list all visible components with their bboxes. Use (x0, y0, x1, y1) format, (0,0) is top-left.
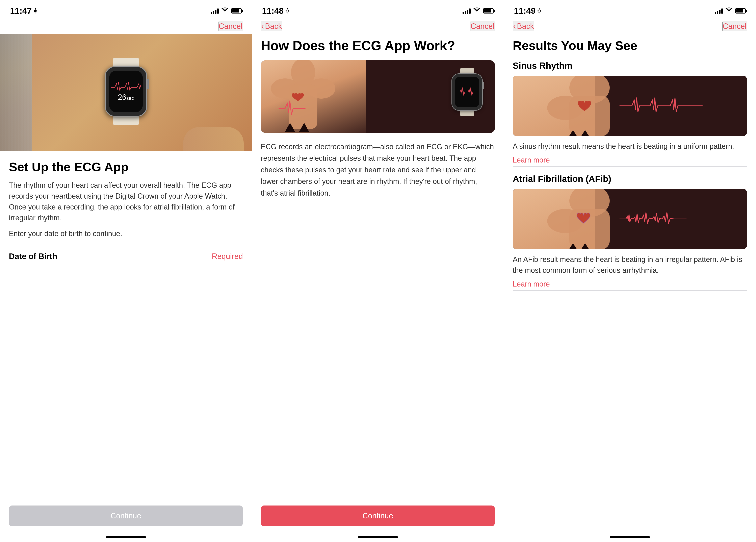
screen1-prompt: Enter your date of birth to continue. (9, 229, 243, 238)
wifi-icon-3 (726, 7, 732, 15)
dob-label: Date of Birth (9, 252, 57, 261)
home-indicator-3 (610, 536, 650, 538)
screen2-body: ECG records an electrocardiogram—also ca… (261, 141, 495, 323)
dob-required: Required (212, 252, 243, 261)
status-icons-1 (211, 7, 242, 15)
screen2-content: How Does the ECG App Work? (252, 34, 504, 536)
back-button-2[interactable]: ‹ Back (261, 22, 282, 31)
afib-learn-more[interactable]: Learn more (513, 280, 550, 288)
signal-icon-1 (211, 8, 219, 14)
sinus-rhythm-desc: A sinus rhythm result means the heart is… (513, 141, 747, 152)
wifi-icon-2 (473, 7, 480, 15)
ecg-line-watch (111, 81, 141, 91)
battery-icon-2 (483, 8, 494, 14)
location-icon-3 (537, 8, 542, 14)
cancel-button-1[interactable]: Cancel (218, 22, 243, 31)
continue-button-1[interactable]: Continue (9, 506, 243, 526)
screen3-content: Results You May See Sinus Rhythm (504, 34, 756, 536)
battery-icon-1 (231, 8, 242, 14)
screen1-title: Set Up the ECG App (9, 160, 243, 174)
screen1-body: The rhythm of your heart can affect your… (9, 180, 243, 223)
nav-bar-2: ‹ Back Cancel (252, 18, 504, 34)
home-indicator-2 (358, 536, 398, 538)
afib-section: Atrial Fibrillation (AFib) (513, 174, 747, 288)
sinus-rhythm-image (513, 76, 747, 136)
ecg-illustration-2 (261, 60, 495, 133)
status-bar-1: 11:47 (0, 0, 252, 18)
time-display-3: 11:49 (514, 6, 542, 16)
screen2-title: How Does the ECG App Work? (261, 38, 495, 53)
time-display-1: 11:47 (10, 6, 38, 16)
torso-svg-2 (265, 60, 341, 133)
screen-3: 11:49 (504, 0, 756, 542)
status-bar-3: 11:49 (504, 0, 756, 18)
afib-heading: Atrial Fibrillation (AFib) (513, 174, 747, 184)
back-button-3[interactable]: ‹ Back (513, 22, 534, 31)
screen-1: 11:47 (0, 0, 252, 542)
signal-icon-3 (715, 8, 723, 14)
status-bar-2: 11:48 (252, 0, 504, 18)
screen-2: 11:48 (252, 0, 504, 542)
cancel-button-2[interactable]: Cancel (470, 22, 495, 31)
time-display-2: 11:48 (262, 6, 290, 16)
location-icon-2 (285, 8, 290, 14)
status-icons-3 (715, 7, 746, 15)
hero-image: 26sec (0, 34, 252, 151)
battery-icon-3 (735, 8, 746, 14)
continue-button-2[interactable]: Continue (261, 506, 495, 526)
screens-container: 11:47 (0, 0, 756, 542)
svg-rect-5 (289, 84, 317, 129)
sinus-rhythm-learn-more[interactable]: Learn more (513, 156, 550, 164)
watch-illustration: 26sec (105, 58, 147, 125)
cancel-button-3[interactable]: Cancel (722, 22, 747, 31)
afib-image (513, 189, 747, 249)
dob-row[interactable]: Date of Birth Required (9, 247, 243, 266)
sinus-rhythm-heading: Sinus Rhythm (513, 61, 747, 71)
status-icons-2 (463, 7, 494, 15)
nav-bar-1: Cancel (0, 18, 252, 34)
nav-bar-3: ‹ Back Cancel (504, 18, 756, 34)
home-indicator-1 (106, 536, 146, 538)
watch-timer: 26sec (118, 93, 134, 102)
screen3-title: Results You May See (513, 38, 747, 53)
afib-desc: An AFib result means the heart is beatin… (513, 254, 747, 276)
sinus-rhythm-section: Sinus Rhythm (513, 61, 747, 164)
location-icon-1 (33, 8, 38, 14)
signal-icon-2 (463, 8, 471, 14)
wifi-icon-1 (221, 7, 228, 15)
screen1-content: Set Up the ECG App The rhythm of your he… (0, 151, 252, 536)
watch-illus-2 (451, 68, 483, 116)
